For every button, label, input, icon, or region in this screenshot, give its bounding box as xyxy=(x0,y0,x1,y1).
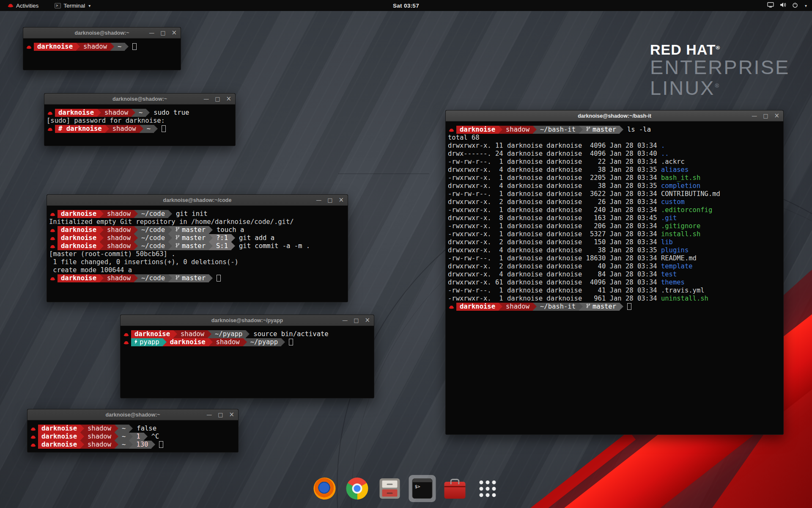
dock-software-toolbox-icon[interactable] xyxy=(442,475,469,502)
powerline-separator xyxy=(173,330,177,338)
powerline-separator xyxy=(533,126,537,134)
maximize-button[interactable]: □ xyxy=(215,96,220,102)
dock-terminal-icon[interactable]: $> xyxy=(409,475,436,502)
terminal-line: darknoiseshadow~/codemastertouch a xyxy=(49,226,348,234)
prompt-host-segment: shadow xyxy=(104,210,134,218)
directory-name: .. xyxy=(661,150,669,157)
terminal-body[interactable]: darknoiseshadow~falsedarknoiseshadow~1^C… xyxy=(27,420,238,452)
terminal-line: -rwxrwxr-x. 1 darknoise darknoise 961 Ja… xyxy=(448,295,783,303)
close-button[interactable]: × xyxy=(229,411,234,418)
minimize-button[interactable]: — xyxy=(342,318,348,323)
activities-button[interactable]: Activities xyxy=(4,0,42,11)
close-button[interactable]: × xyxy=(338,197,344,203)
prompt-git-branch-segment: master xyxy=(172,234,209,242)
powerline-separator xyxy=(499,126,502,134)
dock: $> xyxy=(311,475,501,502)
powerline-separator xyxy=(100,242,104,250)
prompt-directory-segment: ~ xyxy=(118,433,129,441)
terminal-line: darknoiseshadow~/pyappsource bin/activat… xyxy=(123,330,374,338)
terminal-body[interactable]: darknoiseshadow~sudo true[sudo] password… xyxy=(44,105,235,146)
powerline-separator xyxy=(151,441,155,449)
terminal-line: -rwxrwxr-x. 1 darknoise darknoise 2205 J… xyxy=(448,174,783,182)
minimize-button[interactable]: — xyxy=(752,113,757,119)
window-titlebar[interactable]: darknoise@shadow:~ — □ × xyxy=(27,409,238,420)
powerline-separator xyxy=(208,330,211,338)
minimize-button[interactable]: — xyxy=(203,96,209,102)
prompt-user-segment: darknoise xyxy=(34,43,76,51)
output-text: drwxrwxr-x. 11 darknoise darknoise 4096 … xyxy=(448,142,661,149)
close-button[interactable]: × xyxy=(226,96,231,102)
dock-files-icon[interactable] xyxy=(376,475,403,502)
powerline-separator xyxy=(129,425,133,433)
dock-app-grid-icon[interactable] xyxy=(474,475,501,502)
output-text: 1 file changed, 0 insertions(+), 0 delet… xyxy=(49,258,239,266)
prompt-host-segment: shadow xyxy=(104,226,134,234)
directory-name: aliases xyxy=(661,166,689,174)
app-menu-terminal[interactable]: > Terminal ▾ xyxy=(51,0,94,11)
minimize-button[interactable]: — xyxy=(149,30,154,36)
output-text: -rw-rw-r--. 1 darknoise darknoise 22 Jan… xyxy=(448,158,685,166)
terminal-window: darknoise@shadow:~ — □ × darknoiseshadow… xyxy=(23,27,181,70)
powerline-separator xyxy=(209,338,213,346)
output-text: drwxrwxr-x. 61 darknoise darknoise 4096 … xyxy=(448,279,661,286)
window-titlebar[interactable]: darknoise@shadow:~ — □ × xyxy=(23,28,181,39)
close-button[interactable]: × xyxy=(171,30,177,36)
brand-enterprise: ENTERPRISE xyxy=(650,57,790,78)
prompt-host-segment: shadow xyxy=(101,109,132,117)
close-button[interactable]: × xyxy=(774,113,779,119)
maximize-button[interactable]: □ xyxy=(327,197,332,203)
powerline-separator xyxy=(134,226,138,234)
output-text: Initialized empty Git repository in /hom… xyxy=(49,218,294,226)
dock-firefox-icon[interactable] xyxy=(311,475,338,502)
brand-linux: LINUX xyxy=(650,77,715,99)
registered-mark: ® xyxy=(716,44,721,51)
command-text: git init xyxy=(172,210,208,218)
terminal-body[interactable]: darknoiseshadow~ xyxy=(23,39,181,70)
terminal-line: darknoiseshadow~false xyxy=(30,425,238,433)
wallpaper-red-ribbon xyxy=(522,431,636,508)
clock[interactable]: Sat 03:57 xyxy=(393,3,419,9)
prompt-host-segment: shadow xyxy=(84,425,115,433)
redhat-icon xyxy=(47,109,55,117)
volume-icon xyxy=(780,2,786,9)
system-status-area[interactable]: ▾ xyxy=(767,0,812,11)
output-text: total 68 xyxy=(448,134,480,141)
maximize-button[interactable]: □ xyxy=(218,412,223,417)
close-button[interactable]: × xyxy=(365,317,370,323)
terminal-body[interactable]: darknoiseshadow~/bash-itmasterls -latota… xyxy=(446,121,783,434)
window-titlebar[interactable]: darknoise@shadow:~/pyapp — □ × xyxy=(121,315,374,326)
window-titlebar[interactable]: darknoise@shadow:~/bash-it — □ × xyxy=(446,110,783,121)
redhat-icon xyxy=(49,226,58,234)
window-titlebar[interactable]: darknoise@shadow:~ — □ × xyxy=(44,94,235,105)
prompt-host-segment: shadow xyxy=(177,330,208,338)
output-text: -rw-rw-r--. 1 darknoise darknoise 3622 J… xyxy=(448,190,720,198)
prompt-user-segment: darknoise xyxy=(38,433,80,441)
terminal-line: drwxrwxr-x. 8 darknoise darknoise 163 Ja… xyxy=(448,214,783,222)
minimize-button[interactable]: — xyxy=(316,197,321,203)
powerline-separator xyxy=(140,125,143,133)
output-text: drwxrwxr-x. 2 darknoise darknoise 150 Ja… xyxy=(448,238,661,246)
maximize-button[interactable]: □ xyxy=(763,113,768,119)
terminal-line: 1 file changed, 0 insertions(+), 0 delet… xyxy=(49,258,348,266)
terminal-body[interactable]: darknoiseshadow~/pyappsource bin/activat… xyxy=(121,326,374,398)
window-titlebar[interactable]: darknoise@shadow:~/code — □ × xyxy=(47,195,348,206)
prompt-host-segment: shadow xyxy=(80,43,110,51)
prompt-directory-segment: ~/code xyxy=(138,242,168,250)
directory-name: completion xyxy=(661,182,700,190)
output-text: -rwxrwxr-x. 1 darknoise darknoise 5327 J… xyxy=(448,230,661,238)
powerline-separator xyxy=(163,338,167,346)
prompt-host-segment: shadow xyxy=(109,125,140,133)
maximize-button[interactable]: □ xyxy=(354,318,359,323)
terminal-body[interactable]: darknoiseshadow~/codegit initInitialized… xyxy=(47,206,348,302)
redhat-icon xyxy=(25,43,34,51)
power-icon xyxy=(792,2,798,9)
terminal-line: drwxrwxr-x. 4 darknoise darknoise 38 Jan… xyxy=(448,182,783,190)
minimize-button[interactable]: — xyxy=(206,412,212,417)
dock-chrome-icon[interactable] xyxy=(344,475,371,502)
output-text: drwxrwxr-x. 4 darknoise darknoise 84 Jan… xyxy=(448,271,661,278)
terminal-window: darknoise@shadow:~/code — □ × darknoises… xyxy=(47,194,348,302)
prompt-directory-segment: ~/code xyxy=(138,274,168,282)
maximize-button[interactable]: □ xyxy=(160,30,165,36)
terminal-line: darknoiseshadow~1^C xyxy=(30,433,238,441)
command-text: git add a xyxy=(235,234,274,242)
